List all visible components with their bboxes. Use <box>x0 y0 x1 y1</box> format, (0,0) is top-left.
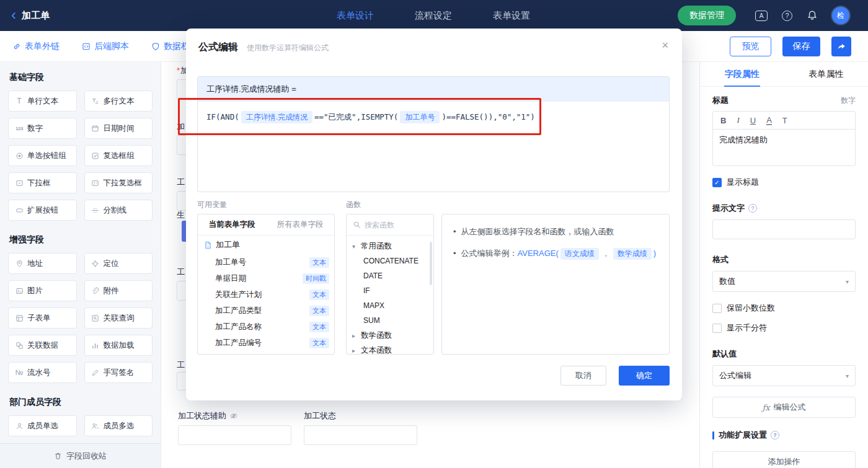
toolbar-link[interactable]: 表单外链 <box>12 41 60 52</box>
field-palette-label: 下拉框 <box>27 178 51 188</box>
keep-decimal-checkbox[interactable] <box>712 304 722 313</box>
variable-item[interactable]: 单据日期时间戳 <box>198 270 334 286</box>
field-palette-item[interactable]: 附件 <box>84 280 153 301</box>
function-item[interactable]: SUM <box>347 313 433 328</box>
field-palette-item[interactable]: 扩展按钮 <box>8 200 77 221</box>
field-palette-item[interactable]: 下拉框 <box>8 172 77 193</box>
function-search-input[interactable] <box>365 221 420 229</box>
italic-button[interactable]: I <box>737 115 739 125</box>
field-palette-item[interactable]: 日期时间 <box>84 118 153 139</box>
variable-item[interactable]: 加工单号文本 <box>198 254 334 270</box>
format-select[interactable]: 数值 ▾ <box>712 271 856 292</box>
signature-icon <box>91 369 100 377</box>
default-value-select[interactable]: 公式编辑 ▾ <box>712 365 856 386</box>
language-icon[interactable]: A <box>755 11 768 21</box>
save-button[interactable]: 保存 <box>782 37 820 56</box>
cancel-button[interactable]: 取消 <box>560 366 606 386</box>
field-palette-item[interactable]: 成员多选 <box>84 415 153 436</box>
variable-item[interactable]: 加工产品名称文本 <box>198 319 334 335</box>
function-group[interactable]: ▾常用函数 <box>347 239 433 254</box>
field-palette-item[interactable]: 下拉复选框 <box>84 172 153 193</box>
field-palette-item[interactable]: 分割线 <box>84 200 153 221</box>
notification-bell-icon[interactable] <box>807 10 818 21</box>
field-palette-item[interactable]: 复选框组 <box>84 145 153 166</box>
function-group[interactable]: ▸数学函数 <box>347 328 433 343</box>
field-palette-item[interactable]: 地址 <box>8 253 77 274</box>
thousand-separator-checkbox[interactable] <box>712 324 722 333</box>
share-button[interactable] <box>831 37 851 56</box>
field-recycle-bin[interactable]: 字段回收站 <box>0 443 161 468</box>
add-action-label: 添加操作 <box>768 456 800 467</box>
tab-field-properties[interactable]: 字段属性 <box>700 62 784 86</box>
field-palette-item[interactable]: №流水号 <box>8 362 77 383</box>
hint-help-icon[interactable]: ? <box>748 204 757 213</box>
underline-button[interactable]: U <box>750 116 756 125</box>
font-size-button[interactable]: T <box>782 116 787 125</box>
variable-item[interactable]: 加工产品编号文本 <box>198 335 334 351</box>
preview-button[interactable]: 预览 <box>730 37 771 56</box>
field-palette-item[interactable]: 图片 <box>8 280 77 301</box>
field-palette-item[interactable]: 手写签名 <box>84 362 153 383</box>
function-group[interactable]: ▸文本函数 <box>347 343 433 355</box>
variable-item[interactable]: 加工产品类型文本 <box>198 302 334 319</box>
extension-help-icon[interactable]: ? <box>771 431 779 439</box>
field-properties-panel: 字段属性 表单属性 标题 数字 BIUAT 完成情况辅助 ✓ 显示标题 提示文字… <box>699 62 868 468</box>
eye-off-icon[interactable] <box>229 412 238 420</box>
add-action-button[interactable]: 添加操作 <box>712 451 856 468</box>
avatar[interactable]: 检 <box>832 7 849 24</box>
variable-item[interactable]: 关联生产计划文本 <box>198 286 334 302</box>
field-palette-item[interactable]: 关联数据 <box>8 335 77 356</box>
topbar-tab[interactable]: 表单设置 <box>493 10 530 22</box>
field-palette-label: 子表单 <box>27 313 51 324</box>
font-color-button[interactable]: A <box>766 116 772 125</box>
edit-formula-button[interactable]: ƒx 编辑公式 <box>712 397 856 418</box>
share-icon <box>836 42 846 51</box>
field-label: 加工状态辅助 <box>178 410 238 422</box>
field-type-badge: 数字 <box>841 95 856 106</box>
form-field-input[interactable] <box>178 425 291 445</box>
tab-form-properties[interactable]: 表单属性 <box>784 62 868 86</box>
function-item[interactable]: DATE <box>347 268 433 283</box>
field-palette-item[interactable]: 数据加载 <box>84 335 153 356</box>
function-item[interactable]: MAPX <box>347 298 433 313</box>
variables-tab[interactable]: 当前表单字段 <box>198 214 266 235</box>
divider-icon <box>91 206 100 214</box>
variables-tab[interactable]: 所有表单字段 <box>266 214 334 235</box>
bold-button[interactable]: B <box>720 116 726 125</box>
field-palette-item[interactable]: 单选按钮组 <box>8 145 77 166</box>
scrollbar-thumb[interactable] <box>430 242 432 285</box>
variables-root-node[interactable]: 加工单 <box>198 236 334 254</box>
field-palette-item[interactable]: 成员单选 <box>8 415 77 436</box>
show-title-checkbox[interactable]: ✓ <box>712 178 722 187</box>
title-textarea[interactable]: 完成情况辅助 <box>712 129 856 166</box>
topbar-tab[interactable]: 表单设计 <box>337 10 374 22</box>
field-token[interactable]: 加工单号 <box>400 111 440 123</box>
variable-name: 加工单号 <box>215 257 246 268</box>
field-palette-item[interactable]: 关联查询 <box>84 307 153 329</box>
variable-name: 加工产品编号 <box>215 338 262 348</box>
document-icon <box>204 241 212 249</box>
field-palette-item[interactable]: 123数字 <box>8 118 77 139</box>
field-palette-item[interactable]: 多行文本 <box>84 91 153 112</box>
topbar-tab[interactable]: 流程设定 <box>415 10 452 22</box>
data-manage-button[interactable]: 数据管理 <box>678 6 736 25</box>
multi-line-text-icon <box>91 97 100 105</box>
format-select-value: 数值 <box>719 276 735 287</box>
confirm-button[interactable]: 确定 <box>619 366 670 386</box>
function-item[interactable]: IF <box>347 283 433 298</box>
field-palette-item[interactable]: 子表单 <box>8 307 77 329</box>
field-palette-item[interactable]: 定位 <box>84 253 153 274</box>
field-palette-label: 复选框组 <box>104 151 135 161</box>
chevron-down-icon: ▾ <box>352 243 358 250</box>
hint-input[interactable] <box>712 219 856 239</box>
form-field-input[interactable] <box>304 425 417 445</box>
help-icon[interactable]: ? <box>782 11 792 21</box>
formula-input-area[interactable]: IF(AND(工序详情.完成情况=="已完成",ISEMPTY(加工单号)==F… <box>198 102 669 133</box>
field-palette-item[interactable]: T单行文本 <box>8 91 77 112</box>
back-icon[interactable]: ‹ <box>11 7 16 22</box>
toolbar-link[interactable]: 后端脚本 <box>82 41 129 52</box>
toolbar-link[interactable]: 数据权 <box>151 41 190 52</box>
close-icon[interactable]: × <box>662 40 668 51</box>
function-item[interactable]: CONCATENATE <box>347 254 433 268</box>
field-token[interactable]: 工序详情.完成情况 <box>241 111 312 123</box>
